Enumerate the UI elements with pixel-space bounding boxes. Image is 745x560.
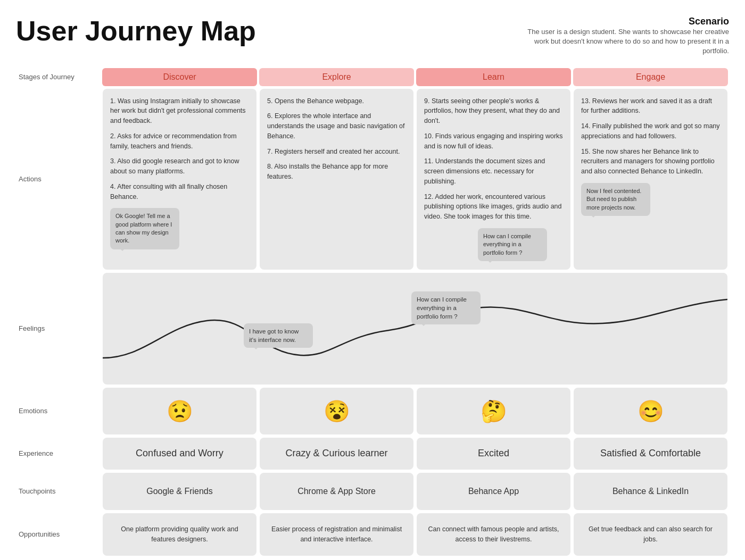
emoji-explore: 😵 — [324, 395, 350, 427]
experience-learn: Excited — [417, 438, 570, 470]
emotions-explore: 😵 — [260, 388, 413, 434]
emotions-discover: 😟 — [103, 388, 256, 434]
actions-explore-list: 5. Opens the Behance webpage. 6. Explore… — [267, 96, 406, 182]
experience-explore: Crazy & Curious learner — [260, 438, 413, 470]
actions-engage-list: 13. Reviews her work and saved it as a d… — [581, 96, 720, 177]
action-item-14: 14. Finally published the work and got s… — [581, 121, 720, 141]
emotions-learn: 🤔 — [417, 388, 570, 434]
opportunities-explore: Easier process of registration and minim… — [260, 513, 413, 556]
actions-learn: 9. Starts seeing other people's works & … — [417, 89, 570, 270]
action-item-11: 11. Understands the document sizes and s… — [424, 156, 563, 186]
emoji-learn: 🤔 — [481, 395, 507, 427]
emoji-discover: 😟 — [167, 395, 193, 427]
scenario-text: The user is a design student. She wants … — [516, 27, 729, 56]
touchpoints-discover: Google & Friends — [103, 473, 256, 510]
experience-engage: Satisfied & Comfortable — [574, 438, 727, 470]
stage-discover: Discover — [102, 68, 257, 86]
feelings-area: I have got to know it's interface now. H… — [103, 273, 727, 385]
speech-bubble-discover: Ok Google! Tell me a good platform where… — [110, 208, 179, 249]
action-item-9: 9. Starts seeing other people's works & … — [424, 96, 563, 126]
action-item-4: 4. After consulting with all finally cho… — [110, 182, 249, 202]
touchpoints-engage: Behance & LinkedIn — [574, 473, 727, 510]
actions-row-label: Actions — [16, 87, 101, 271]
opportunities-engage: Get true feedback and can also search fo… — [574, 513, 727, 556]
action-item-1: 1. Was using Instagram initially to show… — [110, 96, 249, 126]
action-item-7: 7. Registers herself and created her acc… — [267, 147, 406, 157]
feelings-bubble-learn: How can I compile everything in a portfo… — [411, 291, 481, 324]
feelings-row-label: Feelings — [16, 271, 101, 386]
action-item-2: 2. Asks for advice or recommendation fro… — [110, 131, 249, 152]
actions-learn-list: 9. Starts seeing other people's works & … — [424, 96, 563, 222]
stage-learn: Learn — [416, 68, 571, 86]
opportunities-learn: Can connect with famous people and artis… — [417, 513, 570, 556]
stage-engage: Engage — [573, 68, 728, 86]
opportunities-discover: One platform providing quality work and … — [103, 513, 256, 556]
touchpoints-explore: Chrome & App Store — [260, 473, 413, 510]
emoji-engage: 😊 — [638, 395, 664, 427]
action-item-10: 10. Finds various engaging and inspiring… — [424, 131, 563, 152]
actions-discover-list: 1. Was using Instagram initially to show… — [110, 96, 249, 202]
scenario-block: Scenario The user is a design student. S… — [516, 16, 729, 56]
page: User Journey Map Scenario The user is a … — [0, 0, 745, 560]
scenario-title: Scenario — [516, 16, 729, 27]
action-item-8: 8. Also installs the Behance app for mor… — [267, 162, 406, 182]
action-item-15: 15. She now shares her Behance link to r… — [581, 147, 720, 177]
page-title: User Journey Map — [16, 16, 256, 46]
feelings-bubble-explore: I have got to know it's interface now. — [244, 323, 313, 348]
action-item-12: 12. Added her work, encountered various … — [424, 192, 563, 222]
speech-bubble-engage: Now I feel contented. But need to publis… — [581, 183, 650, 216]
emotions-engage: 😊 — [574, 388, 727, 434]
actions-discover: 1. Was using Instagram initially to show… — [103, 89, 256, 270]
feelings-curve-svg — [103, 273, 727, 385]
stage-explore: Explore — [259, 68, 414, 86]
touchpoints-learn: Behance App — [417, 473, 570, 510]
action-item-6: 6. Explores the whole interface and unde… — [267, 111, 406, 141]
action-item-13: 13. Reviews her work and saved it as a d… — [581, 96, 720, 116]
action-item-5: 5. Opens the Behance webpage. — [267, 96, 406, 106]
journey-map-grid: Stages of Journey Discover Explore Learn… — [16, 67, 729, 557]
emotions-row-label: Emotions — [16, 386, 101, 436]
speech-bubble-learn: How can I compile everything in a portfo… — [478, 228, 547, 261]
actions-engage: 13. Reviews her work and saved it as a d… — [574, 89, 727, 270]
header: User Journey Map Scenario The user is a … — [16, 16, 729, 56]
touchpoints-row-label: Touchpoints — [16, 471, 101, 512]
actions-explore: 5. Opens the Behance webpage. 6. Explore… — [260, 89, 413, 270]
experience-row-label: Experience — [16, 436, 101, 471]
action-item-3: 3. Also did google research and got to k… — [110, 156, 249, 177]
stages-of-journey-label: Stages of Journey — [16, 67, 101, 87]
opportunities-row-label: Opportunities — [16, 512, 101, 557]
experience-discover: Confused and Worry — [103, 438, 256, 470]
